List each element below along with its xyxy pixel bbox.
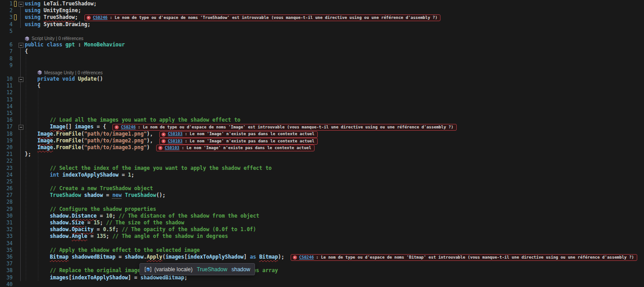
line-number[interactable]: 4 [0,21,13,28]
line-number[interactable]: 31 [0,219,13,226]
line-number[interactable] [0,69,13,76]
fold-collapse-icon[interactable] [19,77,23,82]
code-line[interactable]: 32shadow.Opacity = 0.5f; // The opacity … [0,226,644,233]
error-code-link[interactable]: CS0246 [299,254,314,261]
line-number[interactable]: 21 [0,151,13,158]
line-number[interactable]: 28 [0,199,13,205]
code-line[interactable]: 6public class gpt : MonoBehaviour [0,41,644,48]
fold-collapse-icon[interactable] [19,125,23,130]
line-number[interactable]: 8 [0,55,13,62]
code-line[interactable]: 23// Select the index of the image you w… [0,165,644,172]
code-line[interactable]: 27TrueShadow shadow = new TrueShadow(); [0,192,644,199]
line-number[interactable]: 34 [0,240,13,247]
code-line[interactable]: 13 [0,96,644,103]
line-number[interactable]: 40 [0,281,13,287]
code-line[interactable]: 15 [0,110,644,117]
code-line[interactable]: 29// Configure the shadow properties [0,206,644,213]
line-number[interactable]: 20 [0,144,13,151]
line-number[interactable] [0,35,13,41]
error-code-link[interactable]: CS0103 [168,138,183,145]
inline-error-badge[interactable]: ✕CS0103: Le nom 'Image' n'existe pas dan… [156,145,315,151]
error-code-link[interactable]: CS0246 [121,124,136,131]
line-number[interactable]: 37 [0,260,13,267]
codelens-row[interactable]: Message Unity | 0 références [0,69,644,76]
line-number[interactable]: 38 [0,267,13,274]
line-number[interactable]: 7 [0,48,13,55]
line-number[interactable]: 23 [0,165,13,172]
code-line[interactable]: 30shadow.Distance = 10; // The distance … [0,213,644,219]
code-line[interactable]: 20Image.FromFile("path/to/image3.png")✕C… [0,144,644,151]
code-line[interactable]: 28 [0,199,644,205]
code-line[interactable]: 5 [0,28,644,35]
inline-error-badge[interactable]: ✕CS0246: Le nom de type ou d'espace de n… [84,14,441,21]
line-number[interactable]: 17 [0,123,13,130]
line-number[interactable]: 26 [0,185,13,192]
fold-collapse-icon[interactable] [19,2,23,7]
line-number[interactable]: 29 [0,206,13,213]
line-number[interactable]: 9 [0,62,13,69]
inline-error-badge[interactable]: ✕CS0103: Le nom 'Image' n'existe pas dan… [159,131,318,138]
inline-error-badge[interactable]: ✕CS0246: Le nom de type ou d'espace de n… [291,254,637,261]
error-code-link[interactable]: CS0103 [168,131,183,137]
code-line[interactable]: 26// Create a new TrueShadow object [0,185,644,192]
line-number[interactable]: 14 [0,103,13,110]
code-line[interactable]: 16// Load all the images you want to app… [0,117,644,123]
code-line[interactable]: 36Bitmap shadowedBitmap = shadow.Apply(i… [0,254,644,260]
code-line[interactable]: 38// Replace the original image with the… [0,267,644,274]
line-number[interactable]: 25 [0,178,13,185]
code-line[interactable]: 14 [0,103,644,110]
code-line[interactable]: 9 [0,62,644,69]
code-line[interactable]: 17Image[] images = {✕CS0246: Le nom de t… [0,123,644,130]
line-number[interactable]: 35 [0,247,13,254]
code-editor[interactable]: 1using LeTai.TrueShadow;2using UnityEngi… [0,0,644,287]
error-code-link[interactable]: CS0246 [93,14,108,21]
code-line[interactable]: 19Image.FromFile("path/to/image2.png"),✕… [0,137,644,144]
codelens-row[interactable]: Script Unity | 0 références [0,35,644,41]
fold-collapse-icon[interactable] [19,43,23,48]
line-number[interactable]: 5 [0,28,13,35]
line-number[interactable]: 16 [0,117,13,123]
line-number[interactable]: 6 [0,41,13,48]
code-line[interactable]: 25 [0,178,644,185]
line-number[interactable]: 27 [0,192,13,199]
code-line[interactable]: 2using UnityEngine; [0,7,644,14]
code-line[interactable]: 40 [0,281,644,287]
line-number[interactable]: 1 [0,0,13,7]
code-line[interactable]: 24int indexToApplyShadow = 1; [0,172,644,178]
code-line[interactable]: 39images[indexToApplyShadow] = shadowedB… [0,274,644,281]
codelens-label[interactable]: Message Unity | 0 références [44,70,103,75]
code-line[interactable]: 11{ [0,82,644,89]
code-line[interactable]: 7{ [0,48,644,55]
line-number[interactable]: 30 [0,213,13,219]
line-number[interactable]: 33 [0,233,13,240]
line-number[interactable]: 11 [0,82,13,89]
code-line[interactable]: 21}; [0,151,644,158]
line-number[interactable]: 10 [0,76,13,82]
code-line[interactable]: 18Image.FromFile("path/to/image1.png"),✕… [0,131,644,137]
error-code-link[interactable]: CS0103 [165,145,180,151]
code-line[interactable]: 22 [0,158,644,164]
code-line[interactable]: 10private void Update() [0,76,644,82]
code-line[interactable]: 31shadow.Size = 15; // The size of the s… [0,219,644,226]
line-number[interactable]: 18 [0,131,13,137]
codelens-label[interactable]: Script Unity | 0 références [32,36,83,41]
code-line[interactable]: 4using System.Drawing; [0,21,644,28]
code-line[interactable]: 37 [0,260,644,267]
line-number[interactable]: 24 [0,172,13,178]
line-number[interactable]: 19 [0,137,13,144]
line-number[interactable]: 12 [0,89,13,96]
line-number[interactable]: 13 [0,96,13,103]
line-number[interactable]: 39 [0,274,13,281]
inline-error-badge[interactable]: ✕CS0246: Le nom de type ou d'espace de n… [112,124,457,131]
line-number[interactable]: 36 [0,254,13,260]
line-number[interactable]: 3 [0,14,13,21]
inline-error-badge[interactable]: ✕CS0103: Le nom 'Image' n'existe pas dan… [159,138,318,145]
line-number[interactable]: 22 [0,158,13,164]
code-line[interactable]: 3using TrueShadow;✕CS0246: Le nom de typ… [0,14,644,21]
code-line[interactable]: 8 [0,55,644,62]
line-number[interactable]: 2 [0,7,13,14]
code-line[interactable]: 12 [0,89,644,96]
code-line[interactable]: 33shadow.Angle = 135; // The angle of th… [0,233,644,240]
code-line[interactable]: 35// Apply the shadow effect to the sele… [0,247,644,254]
line-number[interactable]: 32 [0,226,13,233]
